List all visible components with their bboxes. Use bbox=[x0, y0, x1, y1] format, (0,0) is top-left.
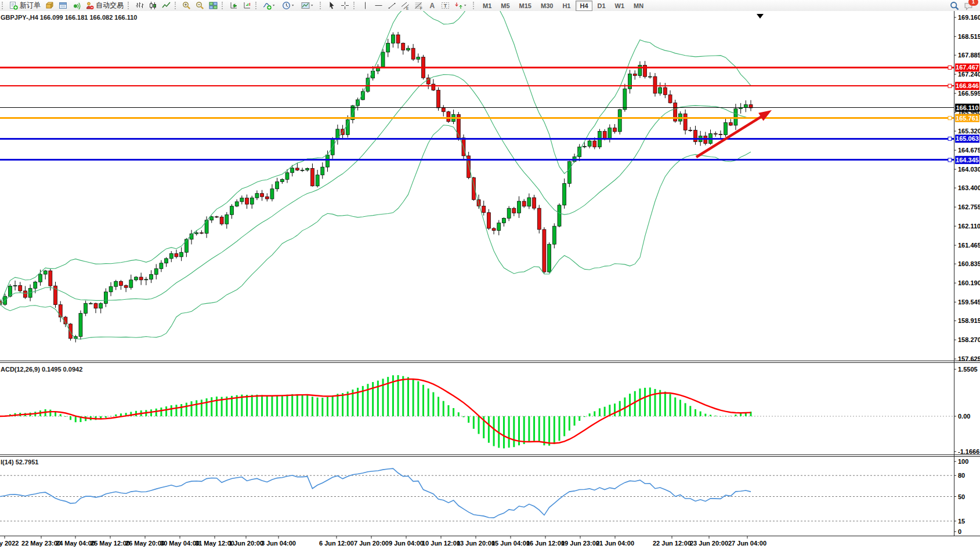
level-endpoint-marker[interactable] bbox=[948, 158, 952, 162]
price-tick-label: 163.400 bbox=[958, 184, 980, 191]
periods-button[interactable] bbox=[280, 0, 298, 11]
macd-histogram-bar bbox=[196, 400, 197, 416]
fibonacci-button[interactable]: F bbox=[413, 0, 425, 11]
macd-histogram-bar bbox=[342, 393, 343, 416]
macd-histogram-bar bbox=[614, 403, 616, 416]
candle-up bbox=[285, 173, 289, 180]
macd-histogram-bar bbox=[306, 395, 308, 416]
level-endpoint-marker[interactable] bbox=[948, 84, 952, 88]
candle-up bbox=[255, 194, 259, 198]
macd-histogram-bar bbox=[271, 396, 273, 416]
time-tick-label: 13 Jun 20:00 bbox=[457, 540, 495, 547]
time-tick-label: 23 Jun 20:00 bbox=[690, 540, 728, 547]
candle-down bbox=[396, 35, 400, 43]
candle-up bbox=[306, 168, 309, 170]
auto-trading-button[interactable]: 自动交易 bbox=[84, 0, 125, 11]
price-tick-label: 157.625 bbox=[958, 355, 980, 362]
price-tick-label: 164.030 bbox=[958, 166, 980, 173]
macd-histogram-bar bbox=[413, 379, 414, 416]
tile-windows-button[interactable] bbox=[207, 0, 219, 11]
candle-up bbox=[195, 232, 198, 234]
bar-chart-button[interactable] bbox=[133, 0, 146, 11]
candle-up bbox=[225, 214, 229, 224]
macd-histogram-bar bbox=[725, 416, 726, 417]
auto-scroll-button[interactable] bbox=[227, 0, 240, 11]
equidistant-channel-button[interactable]: E bbox=[399, 0, 411, 11]
timeframe-button-m1[interactable]: M1 bbox=[479, 1, 496, 11]
level-endpoint-marker[interactable] bbox=[948, 117, 952, 120]
timeframe-button-m5[interactable]: M5 bbox=[497, 1, 513, 11]
candlestick-chart-button[interactable] bbox=[147, 0, 159, 11]
crosshair-button[interactable] bbox=[339, 0, 351, 11]
candle-down bbox=[684, 114, 687, 130]
price-axis[interactable]: 169.160168.515167.885167.240166.595165.9… bbox=[948, 14, 980, 362]
timeframe-button-m30[interactable]: M30 bbox=[537, 1, 557, 11]
templates-button[interactable] bbox=[299, 0, 317, 11]
macd-histogram-bar bbox=[211, 397, 212, 416]
macd-histogram-bar bbox=[443, 401, 444, 416]
trend-arrow-head[interactable] bbox=[758, 110, 772, 121]
macd-histogram-bar bbox=[407, 377, 409, 416]
price-tick-label: 160.835 bbox=[958, 260, 980, 267]
cursor-button[interactable] bbox=[326, 0, 338, 11]
tile-windows-icon bbox=[209, 1, 218, 10]
new-order-button[interactable]: 新订单 bbox=[8, 0, 42, 11]
signals-button[interactable] bbox=[70, 0, 82, 11]
market-watch-button[interactable] bbox=[44, 0, 56, 11]
candle-up bbox=[563, 183, 566, 205]
candle-up bbox=[104, 292, 107, 303]
timeframe-button-mn[interactable]: MN bbox=[630, 1, 648, 11]
bollinger-lower-band[interactable] bbox=[0, 125, 751, 339]
text-label-button[interactable]: T bbox=[439, 0, 451, 11]
bar-chart-icon bbox=[135, 1, 144, 10]
macd-histogram-bar bbox=[160, 408, 162, 416]
caret-down-icon[interactable] bbox=[310, 1, 316, 10]
macd-histogram-bar bbox=[619, 401, 621, 416]
level-endpoint-marker[interactable] bbox=[948, 137, 952, 140]
toolbar-grip bbox=[2, 2, 5, 9]
macd-histogram-bar bbox=[719, 416, 721, 417]
horizontal-line-button[interactable] bbox=[373, 0, 385, 11]
search-button[interactable] bbox=[948, 0, 961, 11]
rsi-line bbox=[0, 468, 751, 518]
macd-histogram-bar bbox=[558, 416, 560, 441]
trendline-icon bbox=[388, 1, 396, 10]
timeframe-button-w1[interactable]: W1 bbox=[611, 1, 629, 11]
caret-down-icon[interactable] bbox=[272, 1, 277, 10]
text-button[interactable]: A bbox=[426, 0, 438, 11]
candle-up bbox=[114, 281, 118, 286]
trend-arrow-line[interactable] bbox=[696, 113, 767, 157]
trendline-button[interactable] bbox=[386, 0, 398, 11]
level-endpoint-marker[interactable] bbox=[948, 66, 952, 69]
notifications-button[interactable]: 1 bbox=[962, 0, 975, 11]
chart-shift-marker[interactable] bbox=[757, 14, 764, 19]
zoom-in-button[interactable] bbox=[180, 0, 193, 11]
bollinger-middle-band[interactable] bbox=[0, 75, 751, 304]
data-window-button[interactable] bbox=[57, 0, 69, 11]
candle-up bbox=[109, 286, 113, 292]
timeframe-button-d1[interactable]: D1 bbox=[594, 1, 610, 11]
candle-down bbox=[522, 201, 526, 206]
chart-area[interactable]: 169.160168.515167.885167.240166.595165.9… bbox=[0, 11, 980, 549]
vertical-line-button[interactable] bbox=[359, 0, 371, 11]
caret-down-icon[interactable] bbox=[291, 1, 296, 10]
chart-canvas[interactable]: 169.160168.515167.885167.240166.595165.9… bbox=[0, 11, 980, 549]
chart-shift-button[interactable] bbox=[241, 0, 253, 11]
price-tick-label: 158.270 bbox=[958, 336, 980, 343]
time-axis[interactable]: May 202222 May 23:0024 May 04:0025 May 1… bbox=[0, 536, 766, 547]
timeframe-button-m15[interactable]: M15 bbox=[515, 1, 536, 11]
hline-icon bbox=[374, 1, 383, 10]
macd-histogram-bar bbox=[644, 388, 646, 416]
arrows-button[interactable] bbox=[453, 0, 471, 11]
svg-text:T: T bbox=[444, 3, 447, 9]
zoom-out-button[interactable] bbox=[194, 0, 206, 11]
timeframe-button-h1[interactable]: H1 bbox=[558, 1, 574, 11]
timeframe-button-h4[interactable]: H4 bbox=[576, 1, 592, 11]
toolbar-grip bbox=[222, 2, 225, 9]
price-tick-label: 165.320 bbox=[958, 128, 980, 134]
caret-down-icon[interactable] bbox=[464, 1, 469, 10]
bollinger-upper-band[interactable] bbox=[0, 11, 751, 304]
candle-up bbox=[417, 57, 420, 59]
line-chart-button[interactable] bbox=[160, 0, 172, 11]
indicators-button[interactable] bbox=[261, 0, 279, 11]
